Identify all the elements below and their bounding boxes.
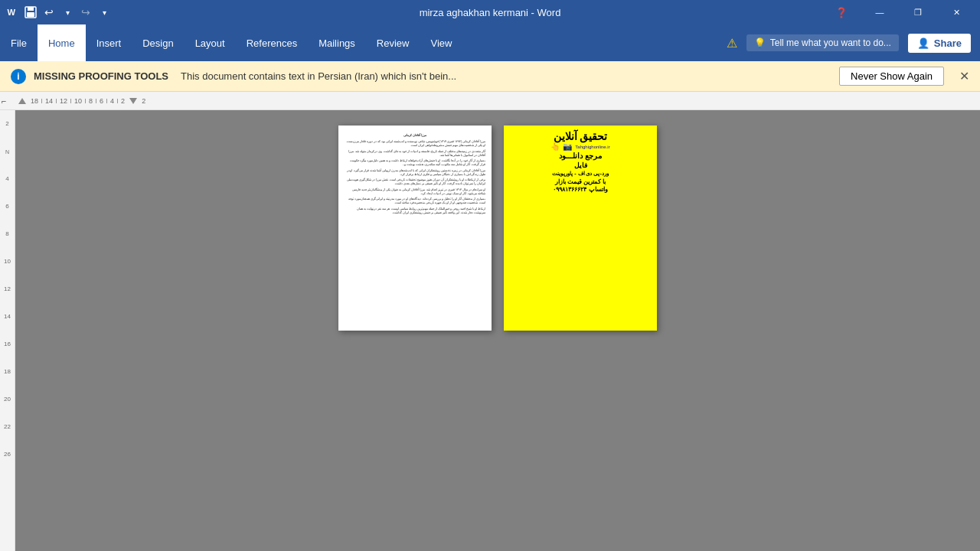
page1-para2: آثار متعددی در زمینه‌های مختلف از جمله ت… — [345, 150, 485, 158]
notification-close-button[interactable]: ✕ — [959, 69, 969, 83]
save-button[interactable] — [24, 6, 37, 18]
page1-title: مرزا آقاخان کرمانی — [345, 133, 485, 138]
ruler-mark-18: 18 — [31, 97, 38, 105]
vruler-sp1 — [0, 182, 15, 196]
vruler-sp5 — [0, 292, 15, 306]
window-title: mirza aghakhan kermani - Word — [420, 7, 561, 18]
tab-layout[interactable]: Layout — [185, 24, 236, 61]
vruler-26: 26 — [0, 444, 15, 458]
vruler-4 — [0, 155, 15, 168]
ruler-tick — [70, 99, 71, 103]
ad-line1: مرجع دانلـــود — [559, 152, 602, 160]
svg-rect-3 — [28, 7, 34, 11]
vruler-sp8 — [0, 375, 15, 389]
quick-access-dropdown[interactable]: ▾ — [98, 6, 110, 18]
document-area[interactable]: مرزا آقاخان کرمانی مرزا آقاخان کرمانی (۱… — [15, 110, 980, 551]
ruler-mark-2r: 2 — [142, 97, 145, 105]
ruler-tick — [85, 99, 86, 103]
never-show-again-button[interactable]: Never Show Again — [839, 67, 944, 86]
ruler-indent-left[interactable] — [18, 98, 26, 104]
page1-para5: برخی از ارتباطات او با روشنفکران آن دورا… — [345, 178, 485, 187]
tab-references[interactable]: References — [236, 24, 308, 61]
page1-para1: مرزا آقاخان کرمانی (۱۲۷۲ قمری-۱۳۱۴) خوشن… — [345, 140, 485, 148]
ribbon: File Home Insert Design Layout Reference… — [0, 24, 980, 61]
ad-phone: واتساپ ۰۹۹۸۱۳۶۶۶۲۴ — [553, 186, 607, 193]
page1-content: مرزا آقاخان کرمانی مرزا آقاخان کرمانی (۱… — [338, 126, 492, 223]
notification-bold: MISSING PROOFING TOOLS — [34, 70, 168, 82]
tab-design[interactable]: Design — [132, 24, 184, 61]
warning-icon: ⚠ — [727, 36, 737, 51]
ad-icon-row: Tahghighonline.ir 📷 👆 — [550, 142, 609, 151]
tab-review[interactable]: Review — [366, 24, 420, 61]
notification-bar: i MISSING PROOFING TOOLS This document c… — [0, 61, 980, 92]
restore-button[interactable]: ❐ — [900, 0, 936, 24]
ruler-corner-icon[interactable]: ⌐ — [2, 96, 6, 106]
vruler-sp4 — [0, 265, 15, 279]
vruler-2: 2 — [0, 113, 15, 127]
vruler-sp9 — [0, 403, 15, 416]
lightbulb-icon: 💡 — [754, 37, 766, 48]
vertical-ruler: 2 N 4 6 8 10 12 14 16 18 20 22 26 — [0, 110, 15, 551]
ad-line4: با کمترین قیمت بازار — [555, 178, 606, 185]
tab-mailings[interactable]: Mailings — [308, 24, 366, 61]
ruler-tick — [106, 99, 107, 103]
ruler-tick — [117, 99, 118, 103]
page-2: تحقیق آنلاین Tahghighonline.ir 📷 👆 مرجع … — [504, 126, 657, 331]
vruler-n — [0, 127, 15, 141]
tab-home[interactable]: Home — [38, 24, 86, 61]
titlebar: W ↩ ▾ ↪ ▾ mirza aghakhan kermani - Word … — [0, 0, 980, 24]
vruler-n2: N — [0, 141, 15, 155]
share-icon: 👤 — [917, 37, 929, 49]
ruler: 18 14 12 10 8 6 4 2 2 — [17, 97, 149, 105]
vruler-8: 8 — [0, 223, 15, 237]
page1-para6: او سرانجام در سال ۱۳۱۴ قمری در تبریز اعد… — [345, 188, 485, 197]
vruler-sp7 — [0, 347, 15, 361]
ruler-mark-6: 6 — [100, 97, 103, 105]
svg-text:W: W — [8, 8, 16, 17]
tell-me-input[interactable]: 💡 Tell me what you want to do... — [746, 34, 899, 51]
tab-file[interactable]: File — [0, 24, 38, 61]
titlebar-controls: ❓ — ❐ ✕ — [824, 0, 974, 24]
ruler-mark-10: 10 — [74, 97, 82, 105]
ruler-mark-8: 8 — [89, 97, 93, 105]
redo-button[interactable]: ↪ — [80, 6, 92, 18]
main-area: 2 N 4 6 8 10 12 14 16 18 20 22 26 مرزا آ… — [0, 110, 980, 551]
vruler-sp3 — [0, 237, 15, 251]
ruler-container: ⌐ 18 14 12 10 8 6 4 2 2 — [0, 92, 980, 110]
info-icon: i — [11, 69, 26, 84]
ruler-tick — [56, 99, 57, 103]
ruler-mark-4: 4 — [110, 97, 114, 105]
help-icon[interactable]: ❓ — [824, 0, 859, 24]
ruler-mark-12: 12 — [60, 97, 67, 105]
vruler-12: 12 — [0, 279, 15, 292]
ruler-mark-14: 14 — [45, 97, 53, 105]
minimize-button[interactable]: — — [862, 0, 897, 24]
vruler-6: 6 — [0, 196, 15, 210]
undo-dropdown[interactable]: ▾ — [61, 6, 74, 18]
ruler-mark-2: 2 — [121, 97, 125, 105]
share-button[interactable]: 👤 Share — [908, 34, 971, 53]
vruler-14: 14 — [0, 306, 15, 320]
ad-url: Tahghighonline.ir — [575, 145, 609, 149]
camera-icon: 📷 — [563, 142, 572, 151]
share-label: Share — [934, 37, 962, 49]
page1-para7: بسیاری از محققان آثار او را تحلیل و بررس… — [345, 197, 485, 206]
page1-para8: ارتباط او با شیخ احمد روحی و خبیرالملک ا… — [345, 207, 485, 216]
svg-rect-4 — [27, 12, 34, 17]
page-1: مرزا آقاخان کرمانی مرزا آقاخان کرمانی (۱… — [338, 126, 492, 331]
tab-insert[interactable]: Insert — [86, 24, 132, 61]
titlebar-left: W ↩ ▾ ↪ ▾ — [6, 6, 110, 18]
page1-para4: مرزا آقاخان کرمانی در زمره نخستین روشنفک… — [345, 169, 485, 178]
vruler-10: 10 — [0, 251, 15, 265]
ad-line2: فایل — [574, 161, 587, 169]
title-text: mirza aghakhan kermani - Word — [420, 7, 561, 18]
tab-view[interactable]: View — [420, 24, 462, 61]
undo-button[interactable]: ↩ — [43, 6, 55, 18]
vruler-20: 20 — [0, 389, 15, 403]
close-button[interactable]: ✕ — [939, 0, 974, 24]
vruler-22: 22 — [0, 416, 15, 430]
tell-placeholder-text: Tell me what you want to do... — [770, 37, 891, 48]
vruler-sp2 — [0, 210, 15, 223]
ruler-indent-right[interactable] — [129, 98, 137, 104]
ruler-tick — [41, 99, 42, 103]
